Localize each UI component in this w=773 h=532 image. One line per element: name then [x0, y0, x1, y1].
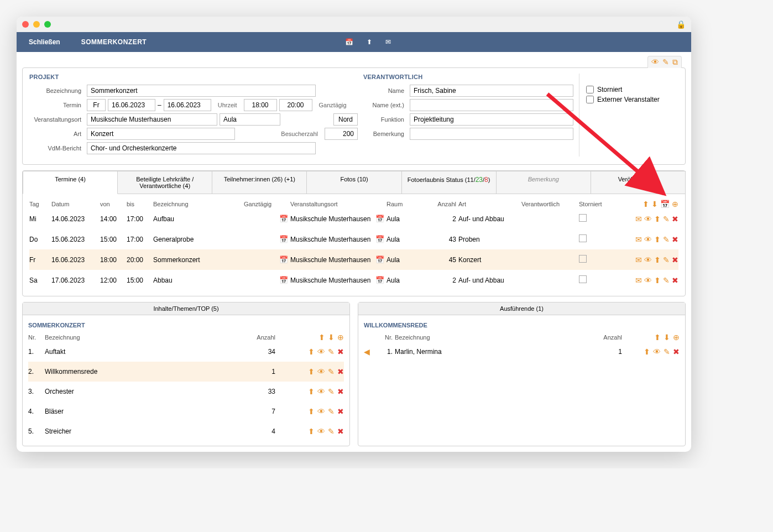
edit-icon[interactable]: ✎ [328, 367, 335, 376]
edit-icon[interactable]: ✎ [328, 387, 335, 396]
tab-1[interactable]: Beteiligte Lehrkräfte / Verantwortliche … [117, 171, 212, 194]
calendar-icon: 📅 [279, 235, 288, 243]
delete-icon[interactable]: ✖ [337, 407, 344, 416]
ausf-upload-icon[interactable]: ⬆ [654, 333, 661, 342]
time-to-input[interactable] [279, 99, 312, 111]
delete-icon[interactable]: ✖ [672, 235, 678, 244]
upload-icon[interactable]: ⬆ [654, 255, 661, 264]
calendar-icon: 📅 [279, 215, 288, 223]
storniert-checkbox[interactable] [579, 214, 587, 222]
termine-row[interactable]: Fr16.06.202318:0020:00Sommerkonzert📅Musi… [29, 249, 678, 270]
nav-left-icon[interactable]: ◀ [364, 347, 376, 356]
view-icon[interactable]: 👁 [317, 387, 325, 396]
storniert-checkbox[interactable] [579, 255, 587, 263]
inhalte-row[interactable]: 5.Streicher4 ⬆ 👁 ✎ ✖ [28, 421, 344, 441]
upload-icon[interactable]: ⬆ [308, 347, 315, 356]
day-input[interactable] [87, 99, 106, 111]
calendar-icon: 📅 [279, 276, 288, 284]
ausf-row[interactable]: ◀ 1.Marlin, Nermina1 ⬆ 👁 ✎ ✖ [364, 342, 680, 362]
calendar-icon[interactable]: 📅 [345, 38, 353, 46]
view-icon[interactable]: 👁 [653, 347, 661, 356]
edit-icon[interactable]: ✎ [664, 347, 670, 356]
project-section-label: PROJEKT [29, 74, 358, 80]
art-input[interactable] [87, 128, 235, 140]
view-icon[interactable]: 👁 [644, 255, 652, 264]
inhalte-download-icon[interactable]: ⬇ [328, 333, 335, 342]
bezeichnung-input[interactable] [87, 85, 316, 97]
storniert-checkbox[interactable] [579, 275, 587, 283]
export-icon[interactable]: ⬆ [367, 38, 372, 46]
app-header: Schließen SOMMERKONZERT 📅 ⬆ ✉ [17, 32, 691, 52]
mail-icon[interactable]: ✉ [635, 215, 642, 223]
time-from-input[interactable] [244, 99, 277, 111]
inhalte-row[interactable]: 1.Auftakt34 ⬆ 👁 ✎ ✖ [28, 342, 344, 362]
storniert-checkbox[interactable] [579, 234, 587, 242]
upload-icon[interactable]: ⬆ [654, 215, 661, 223]
ausf-download-icon[interactable]: ⬇ [664, 333, 670, 342]
inhalte-row[interactable]: 2.Willkommensrede1 ⬆ 👁 ✎ ✖ [28, 362, 344, 382]
view-icon[interactable]: 👁 [317, 427, 325, 436]
edit-icon[interactable]: ✎ [662, 58, 669, 67]
delete-icon[interactable]: ✖ [337, 387, 344, 396]
inhalte-upload-icon[interactable]: ⬆ [318, 333, 325, 342]
inhalte-add-icon[interactable]: ⊕ [337, 333, 344, 342]
delete-icon[interactable]: ✖ [672, 215, 678, 223]
view-icon[interactable]: 👁 [644, 276, 652, 285]
view-icon[interactable]: 👁 [651, 58, 659, 67]
edit-icon[interactable]: ✎ [328, 407, 335, 416]
mail-icon[interactable]: ✉ [635, 255, 642, 264]
delete-icon[interactable]: ✖ [337, 427, 344, 436]
view-icon[interactable]: 👁 [644, 215, 652, 223]
raum-input[interactable] [220, 113, 280, 126]
delete-icon[interactable]: ✖ [672, 276, 678, 285]
besucher-input[interactable] [325, 128, 358, 140]
delete-icon[interactable]: ✖ [337, 347, 344, 356]
edit-icon[interactable]: ✎ [663, 215, 670, 223]
tab-4[interactable]: Fotoerlaubnis Status (11/23/8) [401, 171, 497, 194]
upload-icon[interactable]: ⬆ [654, 235, 661, 244]
upload-icon[interactable]: ⬆ [308, 407, 315, 416]
date-from-input[interactable] [108, 99, 155, 111]
view-icon[interactable]: 👁 [644, 235, 652, 244]
upload-icon[interactable]: ⬆ [654, 276, 661, 285]
mail-icon[interactable]: ✉ [635, 235, 642, 244]
calendar-icon: 📅 [375, 255, 384, 264]
termine-row[interactable]: Sa17.06.202312:0015:00Abbau📅Musikschule … [29, 270, 678, 290]
inhalte-row[interactable]: 3.Orchester33 ⬆ 👁 ✎ ✖ [28, 382, 344, 401]
upload-icon[interactable]: ⬆ [308, 427, 315, 436]
view-icon[interactable]: 👁 [317, 367, 325, 376]
vdm-input[interactable] [87, 142, 316, 154]
window-max-dot[interactable] [44, 21, 51, 28]
termine-row[interactable]: Mi14.06.202314:0017:00Aufbau📅Musikschule… [29, 208, 678, 229]
date-to-input[interactable] [164, 99, 211, 111]
edit-icon[interactable]: ✎ [663, 235, 670, 244]
edit-icon[interactable]: ✎ [328, 427, 335, 436]
upload-icon[interactable]: ⬆ [644, 347, 650, 356]
delete-icon[interactable]: ✖ [672, 255, 678, 264]
close-button[interactable]: Schließen [17, 32, 72, 52]
upload-icon[interactable]: ⬆ [308, 387, 315, 396]
window-min-dot[interactable] [33, 21, 40, 28]
ausf-add-icon[interactable]: ⊕ [673, 333, 680, 342]
ort-input[interactable] [87, 113, 217, 126]
mail-icon[interactable]: ✉ [635, 276, 642, 285]
delete-icon[interactable]: ✖ [673, 347, 680, 356]
seite-input[interactable] [333, 113, 358, 126]
ausfuehrende-panel: Ausführende (1) WILLKOMMENSREDE Nr. Beze… [358, 302, 686, 446]
upload-icon[interactable]: ⬆ [308, 367, 315, 376]
mail-icon[interactable]: ✉ [385, 38, 391, 46]
tab-2[interactable]: Teilnehmer:innen (26) (+1) [212, 171, 307, 194]
tab-0[interactable]: Termine (4) [23, 171, 118, 194]
view-icon[interactable]: 👁 [317, 407, 325, 416]
edit-icon[interactable]: ✎ [663, 255, 670, 264]
edit-icon[interactable]: ✎ [663, 276, 670, 285]
termine-row[interactable]: Do15.06.202315:0017:00Generalprobe📅Musik… [29, 229, 678, 249]
view-icon[interactable]: 👁 [317, 347, 325, 356]
edit-icon[interactable]: ✎ [328, 347, 335, 356]
window-close-dot[interactable] [22, 21, 29, 28]
svg-line-0 [547, 94, 664, 194]
delete-icon[interactable]: ✖ [337, 367, 344, 376]
copy-icon[interactable]: ⧉ [672, 58, 678, 67]
tab-3[interactable]: Fotos (10) [306, 171, 401, 194]
inhalte-row[interactable]: 4.Bläser7 ⬆ 👁 ✎ ✖ [28, 401, 344, 421]
